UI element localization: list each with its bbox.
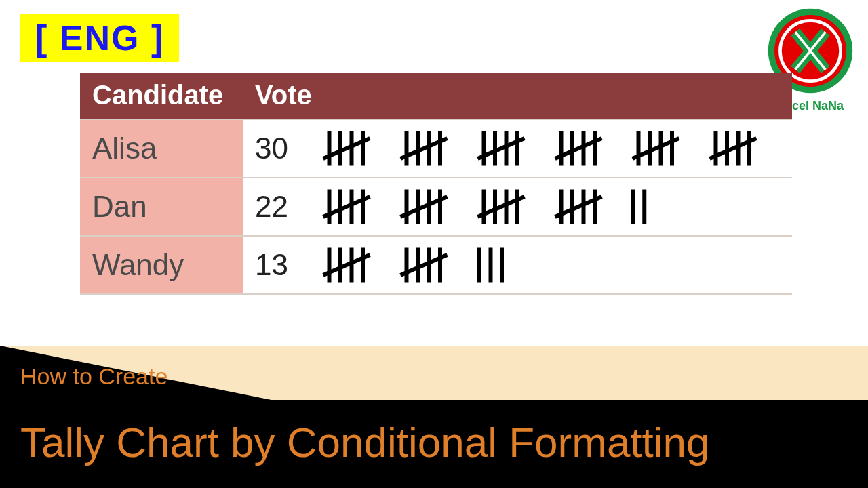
candidate-cell: Dan	[80, 178, 243, 236]
tally-remainder-icon	[625, 186, 658, 227]
tally-five-icon	[625, 128, 686, 169]
col-header-candidate: Candidate	[80, 73, 243, 119]
table-row: Alisa30	[80, 119, 792, 178]
tally-five-icon	[316, 245, 377, 285]
col-header-vote: Vote	[243, 73, 792, 119]
table-row: Wandy13	[80, 236, 792, 294]
footer-band: How to Create Tally Chart by Conditional…	[0, 346, 868, 488]
tally-cell	[304, 178, 792, 236]
tally-five-icon	[316, 186, 377, 227]
tally-remainder-icon	[471, 245, 517, 285]
footer-title: Tally Chart by Conditional Formatting	[20, 418, 848, 466]
tally-marks	[316, 128, 780, 169]
tally-five-icon	[548, 186, 609, 227]
tally-marks	[316, 245, 780, 285]
table-row: Dan22	[80, 178, 792, 236]
tally-five-icon	[471, 186, 532, 227]
tally-cell	[304, 236, 792, 294]
vote-count-cell: 22	[243, 178, 304, 236]
tally-five-icon	[393, 186, 454, 227]
vote-tally-table: Candidate Vote Alisa30Dan22Wandy13	[80, 73, 792, 295]
footer-kicker: How to Create	[20, 363, 167, 390]
tally-five-icon	[393, 128, 454, 169]
thumbnail-stage: [ ENG ] Excel NaNa Candidate Vote Alisa3…	[0, 0, 868, 488]
vote-count-cell: 30	[243, 119, 304, 178]
candidate-cell: Alisa	[80, 119, 243, 178]
candidate-cell: Wandy	[80, 236, 243, 294]
vote-count-cell: 13	[243, 236, 304, 294]
tally-marks	[316, 186, 780, 227]
tally-five-icon	[471, 128, 532, 169]
tally-five-icon	[703, 128, 764, 169]
tally-cell	[304, 119, 792, 178]
language-badge: [ ENG ]	[20, 14, 179, 62]
tally-five-icon	[316, 128, 377, 169]
tally-five-icon	[393, 245, 454, 285]
tally-five-icon	[548, 128, 609, 169]
